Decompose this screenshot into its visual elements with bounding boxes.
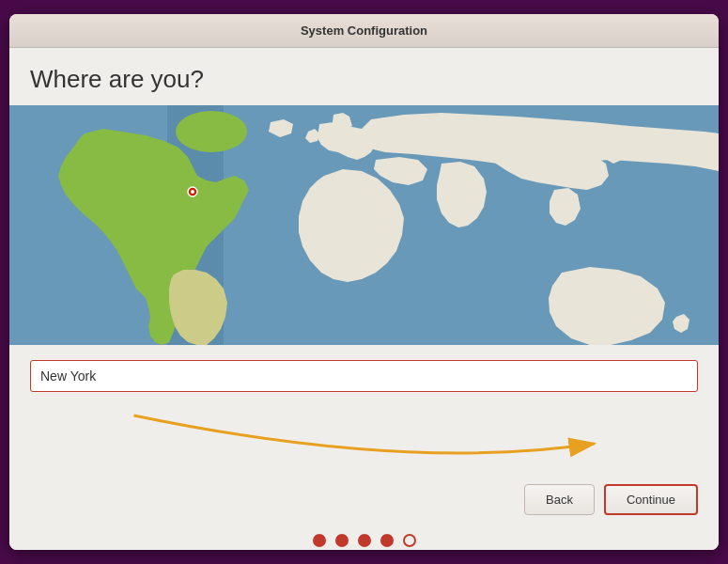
location-pin-center	[191, 190, 194, 194]
progress-dot-1	[313, 534, 326, 547]
progress-dots	[9, 525, 719, 550]
titlebar: System Configuration	[9, 14, 719, 48]
main-window: System Configuration Where are you?	[9, 14, 719, 550]
annotation-arrow	[30, 401, 698, 477]
arrow-area	[30, 401, 698, 477]
svg-point-2	[176, 111, 247, 152]
window-title: System Configuration	[301, 24, 427, 38]
continue-button[interactable]: Continue	[604, 484, 698, 515]
buttons-area: Back Continue	[9, 477, 719, 525]
location-input[interactable]	[30, 360, 698, 392]
location-input-area	[9, 345, 719, 401]
progress-dot-5	[403, 534, 416, 547]
content-area: Where are you?	[9, 48, 719, 550]
progress-dot-3	[358, 534, 371, 547]
progress-dot-4	[380, 534, 394, 547]
map-container[interactable]	[9, 105, 719, 345]
world-map[interactable]	[9, 105, 719, 345]
back-button[interactable]: Back	[524, 484, 595, 515]
progress-dot-2	[335, 534, 349, 547]
page-heading: Where are you?	[9, 48, 719, 105]
